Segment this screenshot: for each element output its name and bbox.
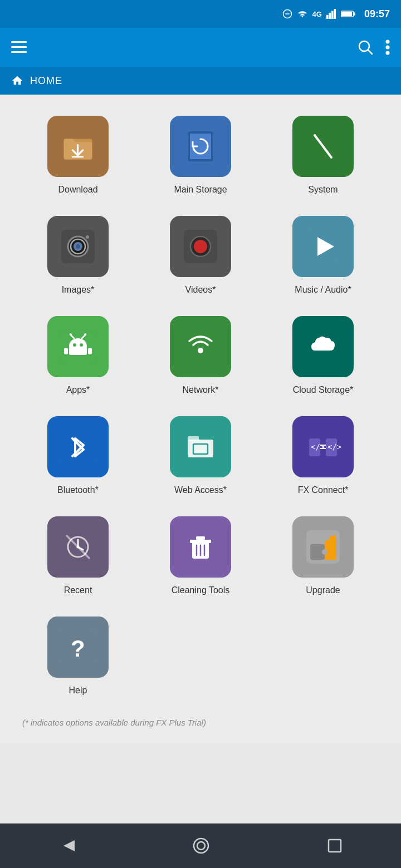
grid-item-images[interactable]: Images* — [17, 206, 139, 300]
upgrade-label: Upgrade — [306, 585, 340, 595]
main-storage-label: Main Storage — [174, 185, 227, 195]
cloud-label: Cloud Storage* — [293, 385, 354, 395]
svg-rect-7 — [341, 12, 352, 17]
status-icons: 4G — [282, 9, 355, 19]
svg-marker-79 — [63, 840, 75, 851]
svg-point-15 — [386, 46, 390, 50]
grid-item-web[interactable]: Web Access* — [139, 406, 262, 501]
cleaning-label: Cleaning Tools — [172, 585, 230, 595]
bluetooth-icon-box — [47, 416, 109, 477]
bottom-nav — [0, 823, 401, 868]
svg-point-80 — [194, 839, 208, 853]
web-icon-box — [170, 416, 231, 477]
svg-rect-69 — [190, 540, 211, 543]
apps-icon-box — [47, 316, 109, 377]
svg-rect-2 — [326, 15, 329, 19]
svg-text:</>: </> — [327, 442, 341, 451]
svg-point-16 — [386, 51, 390, 55]
menu-icon[interactable] — [11, 41, 27, 53]
search-icon[interactable] — [358, 40, 373, 55]
network-icon-box — [170, 316, 231, 377]
svg-rect-3 — [329, 13, 331, 19]
grid-item-music[interactable]: Music / Audio* — [262, 206, 384, 300]
grid-empty-cell — [139, 606, 262, 701]
grid-item-cleaning[interactable]: Cleaning Tools — [139, 506, 262, 601]
videos-icon-box — [170, 216, 231, 277]
system-label: System — [308, 185, 338, 195]
grid-item-download[interactable]: Download — [17, 106, 139, 200]
svg-rect-9 — [11, 41, 27, 43]
status-bar: 4G 09:57 — [0, 0, 401, 28]
svg-rect-43 — [69, 347, 87, 355]
svg-point-28 — [76, 244, 80, 249]
svg-rect-46 — [184, 330, 217, 363]
system-icon-box — [292, 116, 354, 177]
grid-item-apps[interactable]: Apps* — [17, 306, 139, 401]
svg-point-29 — [86, 235, 89, 239]
cloud-icon-box — [292, 316, 354, 377]
app-bar-right — [358, 40, 390, 55]
grid-item-recent[interactable]: Recent — [17, 506, 139, 601]
footnote: (* indicates options available during FX… — [17, 707, 384, 733]
images-icon-box — [47, 216, 109, 277]
recent-label: Recent — [64, 585, 92, 595]
music-label: Music / Audio* — [295, 285, 351, 295]
upgrade-icon-box — [292, 516, 354, 578]
battery-icon — [341, 10, 355, 18]
grid-item-help[interactable]: ? Help — [17, 606, 139, 701]
main-content: Download Main Storage — [0, 95, 401, 744]
more-options-icon[interactable] — [385, 40, 390, 55]
signal-icon — [326, 9, 336, 19]
svg-rect-5 — [334, 9, 336, 19]
app-bar-left — [11, 41, 27, 53]
help-icon-box: ? — [47, 617, 109, 678]
app-bar — [0, 28, 401, 67]
download-icon-box — [47, 116, 109, 177]
web-label: Web Access* — [174, 485, 227, 495]
grid-item-main-storage[interactable]: Main Storage — [139, 106, 262, 200]
grid-item-bluetooth[interactable]: Bluetooth* — [17, 406, 139, 501]
svg-rect-8 — [353, 12, 355, 15]
cleaning-icon-box — [170, 516, 231, 578]
grid-item-system[interactable]: System — [262, 106, 384, 200]
status-time: 09:57 — [364, 8, 390, 20]
svg-line-13 — [368, 50, 372, 54]
svg-rect-49 — [61, 430, 95, 463]
svg-rect-82 — [329, 840, 341, 852]
back-button[interactable] — [59, 838, 75, 854]
4g-label: 4G — [312, 10, 322, 18]
svg-rect-11 — [11, 51, 27, 53]
svg-text:?: ? — [71, 635, 85, 662]
grid-item-upgrade[interactable]: Upgrade — [262, 506, 384, 601]
fx-icon-box: </> </> — [292, 416, 354, 477]
grid-item-network[interactable]: Network* — [139, 306, 262, 401]
grid-empty-cell-2 — [262, 606, 384, 701]
recent-icon-box — [47, 516, 109, 578]
svg-rect-44 — [64, 348, 68, 354]
home-button[interactable] — [192, 837, 210, 855]
svg-point-14 — [386, 40, 390, 44]
images-label: Images* — [62, 285, 95, 295]
svg-point-38 — [80, 343, 83, 347]
fx-label: FX Connect* — [298, 485, 349, 495]
main-storage-icon-box — [170, 116, 231, 177]
svg-point-37 — [73, 343, 76, 347]
music-icon-box — [292, 216, 354, 277]
download-label: Download — [58, 185, 97, 195]
home-breadcrumb-icon — [11, 75, 23, 87]
help-label: Help — [69, 685, 87, 696]
grid-item-videos[interactable]: Videos* — [139, 206, 262, 300]
svg-rect-52 — [188, 436, 199, 441]
breadcrumb-label: HOME — [30, 75, 62, 87]
grid-item-cloud[interactable]: Cloud Storage* — [262, 306, 384, 401]
recent-apps-button[interactable] — [327, 839, 342, 853]
svg-point-42 — [84, 333, 86, 336]
grid-item-fx[interactable]: </> </> FX Connect* — [262, 406, 384, 501]
svg-rect-70 — [196, 536, 205, 540]
bluetooth-label: Bluetooth* — [57, 485, 99, 495]
app-grid: Download Main Storage — [17, 106, 384, 701]
dnd-icon — [282, 9, 292, 19]
network-label: Network* — [183, 385, 219, 395]
svg-point-76 — [322, 549, 327, 555]
apps-label: Apps* — [66, 385, 90, 395]
